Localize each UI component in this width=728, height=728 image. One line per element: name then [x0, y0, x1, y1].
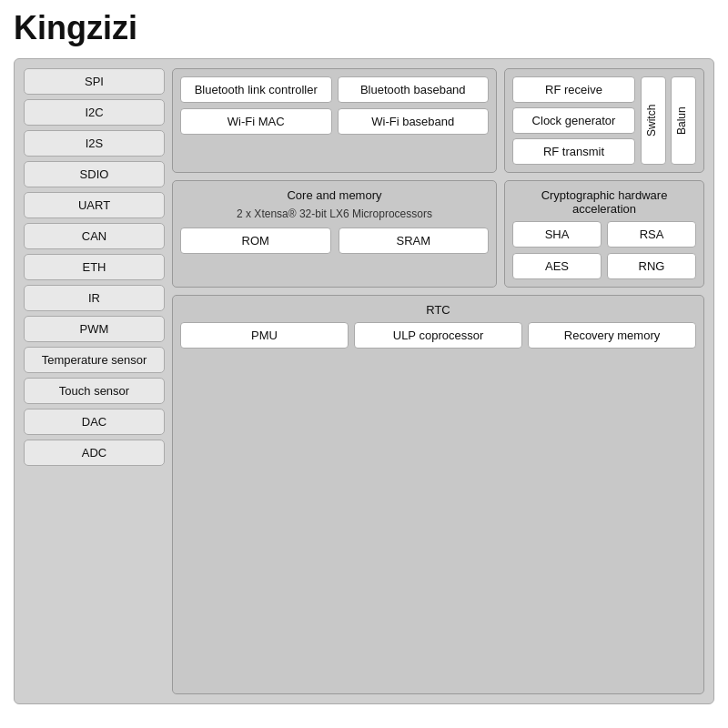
main-container: SPII2CI2SSDIOUARTCANETHIRPWMTemperature … — [14, 58, 714, 704]
rf-balun-box: Balun — [671, 76, 696, 165]
left-column: SPII2CI2SSDIOUARTCANETHIRPWMTemperature … — [24, 68, 165, 694]
rf-transmit-box: RF transmit — [512, 138, 635, 165]
bt-link-controller-box: Bluetooth link controller — [180, 76, 332, 103]
bluetooth-section: Bluetooth link controller Bluetooth base… — [172, 68, 497, 173]
iface-block-i2s: I2S — [24, 130, 165, 157]
iface-block-spi: SPI — [24, 68, 165, 95]
iface-block-sdio: SDIO — [24, 161, 165, 187]
rtc-section: RTC PMU ULP coprocessor Recovery memory — [172, 295, 704, 694]
iface-block-uart: UART — [24, 192, 165, 218]
sram-box: SRAM — [339, 228, 490, 254]
core-row: ROM SRAM — [180, 228, 489, 254]
rtc-row: PMU ULP coprocessor Recovery memory — [180, 322, 696, 349]
iface-block-adc: ADC — [24, 440, 165, 466]
crypto-box-rng: RNG — [607, 253, 696, 279]
iface-block-i2c: I2C — [24, 99, 165, 126]
rom-box: ROM — [180, 228, 331, 254]
pmu-box: PMU — [180, 322, 349, 349]
wifi-mac-box: Wi-Fi MAC — [180, 108, 332, 135]
iface-block-eth: ETH — [24, 254, 165, 280]
page-title: Kingzizi — [14, 9, 714, 47]
core-title: Core and memory — [180, 188, 489, 202]
rf-receive-box: RF receive — [512, 76, 635, 103]
crypto-box-aes: AES — [512, 253, 602, 279]
bt-baseband-box: Bluetooth baseband — [338, 76, 490, 103]
crypto-box-rsa: RSA — [607, 221, 696, 248]
core-section: Core and memory 2 x Xtensa® 32-bit LX6 M… — [172, 180, 497, 288]
rf-left: RF receive Clock generator RF transmit — [512, 76, 635, 165]
rf-clock-box: Clock generator — [512, 107, 635, 134]
iface-block-touch-sensor: Touch sensor — [24, 378, 165, 404]
rtc-title: RTC — [180, 303, 696, 317]
recovery-box: Recovery memory — [528, 322, 696, 349]
mid-right-content: Bluetooth link controller Bluetooth base… — [172, 68, 704, 694]
crypto-section: Cryptographic hardware acceleration SHAR… — [504, 180, 704, 288]
iface-block-temperature-sensor: Temperature sensor — [24, 347, 165, 373]
core-subtitle: 2 x Xtensa® 32-bit LX6 Microprocessors — [180, 207, 489, 220]
rf-right: Switch Balun — [641, 76, 696, 165]
rf-section: RF receive Clock generator RF transmit S… — [504, 68, 704, 173]
iface-block-can: CAN — [24, 223, 165, 249]
middle-row: Core and memory 2 x Xtensa® 32-bit LX6 M… — [172, 180, 704, 288]
iface-block-dac: DAC — [24, 409, 165, 435]
iface-block-pwm: PWM — [24, 316, 165, 342]
crypto-title: Cryptographic hardware acceleration — [512, 188, 696, 216]
top-row: Bluetooth link controller Bluetooth base… — [172, 68, 704, 173]
crypto-grid: SHARSAAESRNG — [512, 221, 696, 279]
ulp-box: ULP coprocessor — [354, 322, 522, 349]
iface-block-ir: IR — [24, 285, 165, 311]
rf-switch-box: Switch — [641, 76, 666, 165]
wifi-baseband-box: Wi-Fi baseband — [338, 108, 490, 135]
crypto-box-sha: SHA — [512, 221, 602, 248]
